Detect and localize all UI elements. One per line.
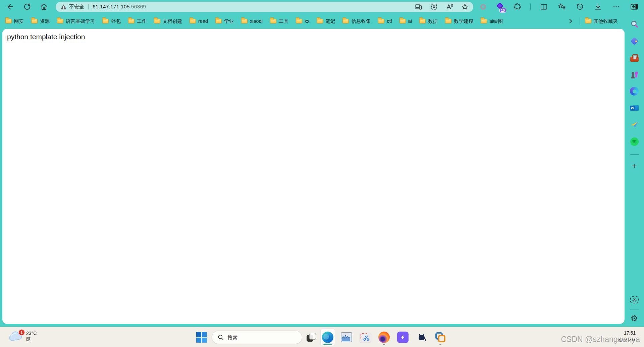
sidebar-bottom-group: ⚙: [630, 295, 639, 327]
notification-badge: 1: [18, 329, 25, 336]
more-options-button[interactable]: [611, 2, 621, 12]
home-button[interactable]: [39, 2, 49, 12]
other-favorites-folder[interactable]: 其他收藏夹: [585, 18, 618, 24]
bookmark-folder[interactable]: ai绘图: [481, 18, 503, 24]
favorite-star-icon: [461, 3, 469, 10]
bookmark-folder[interactable]: 文档创建: [154, 18, 182, 24]
bookmark-folder[interactable]: 工作: [128, 18, 147, 24]
folder-icon: [5, 19, 12, 23]
taskbar-app-snipping-tool[interactable]: [358, 329, 373, 346]
outlook-icon: [630, 104, 639, 112]
edge-sidebar: + ⚙: [625, 13, 644, 327]
bookmark-folder[interactable]: 数学建模: [445, 18, 473, 24]
start-button[interactable]: [196, 331, 208, 343]
folder-icon: [270, 19, 276, 23]
taskbar-app-firefox[interactable]: [377, 329, 391, 346]
send-to-devices-button[interactable]: [414, 2, 423, 11]
sidebar-settings-button[interactable]: ⚙: [630, 313, 639, 323]
shopping-tag-icon: [630, 37, 638, 45]
apps-launcher-button[interactable]: [430, 2, 438, 11]
devices-icon: [415, 3, 422, 10]
folder-icon: [481, 19, 487, 23]
security-status[interactable]: 不安全: [60, 4, 84, 10]
search-input[interactable]: [227, 335, 291, 340]
screenshot-icon: [630, 296, 639, 303]
sidebar-search-button[interactable]: [630, 19, 639, 29]
address-bar[interactable]: 不安全 61.147.171.105:56869: [56, 2, 473, 12]
url-text[interactable]: 61.147.171.105:56869: [93, 4, 146, 10]
extensions-puzzle-icon: [513, 3, 521, 11]
taskbar-center: [196, 327, 448, 347]
folder-icon: [31, 19, 38, 23]
bookmark-folder[interactable]: xx: [296, 18, 310, 24]
refresh-button[interactable]: [22, 2, 32, 12]
sidebar-microsoft-365-button[interactable]: [630, 86, 639, 96]
split-screen-button[interactable]: [539, 2, 549, 12]
sidebar-outlook-button[interactable]: [630, 103, 639, 113]
sidebar-games-button[interactable]: [630, 70, 639, 79]
favorite-this-page-button[interactable]: [461, 2, 469, 11]
folder-icon: [154, 19, 160, 23]
bookmarks-overflow-button[interactable]: [567, 17, 575, 25]
weather-temperature: 23°C: [26, 331, 37, 336]
sidebar-toggle-icon: [630, 3, 638, 11]
ring-extension-icon: [480, 4, 486, 10]
bookmark-folder[interactable]: xiaodi: [241, 18, 263, 24]
toolbar-divider: [530, 3, 531, 10]
folder-icon: [215, 19, 222, 23]
bookmark-folder[interactable]: read: [190, 18, 208, 24]
bookmark-folder[interactable]: 信息收集: [342, 18, 371, 24]
page-content: python template injection: [2, 29, 625, 324]
history-button[interactable]: [575, 2, 585, 12]
bookmark-folder[interactable]: 数据: [419, 18, 438, 24]
taskbar-app-performance-monitor[interactable]: [339, 329, 354, 346]
bookmark-folder[interactable]: 外包: [102, 18, 121, 24]
microsoft-365-icon: [630, 87, 639, 96]
back-icon: [6, 3, 14, 11]
task-view-button[interactable]: [306, 332, 316, 342]
firefox-icon: [378, 332, 390, 343]
extensions-button[interactable]: [512, 2, 522, 12]
folder-icon: [317, 19, 323, 23]
taskbar-app-vmware[interactable]: [433, 329, 448, 346]
sidebar-add-button[interactable]: +: [630, 161, 639, 171]
taskbar-app-cat[interactable]: [414, 329, 429, 346]
bookmark-folder[interactable]: ctf: [378, 18, 392, 24]
extension-badge: 10: [499, 8, 506, 13]
sidebar-toolbox-button[interactable]: [630, 53, 639, 62]
ring-extension-button[interactable]: [478, 2, 488, 12]
chevron-right-icon: [567, 18, 574, 24]
bookmark-folder[interactable]: 笔记: [317, 18, 335, 24]
sidebar-toggle-button[interactable]: [629, 2, 639, 12]
sidebar-drop-button[interactable]: [630, 120, 639, 129]
toolbox-icon: [630, 57, 639, 62]
taskbar-app-power[interactable]: [395, 329, 410, 346]
favorites-button[interactable]: [557, 2, 567, 12]
bookmark-folder[interactable]: 工具: [270, 18, 288, 24]
bookmark-folder[interactable]: 资源: [31, 18, 50, 24]
sidebar-shopping-button[interactable]: [630, 36, 639, 46]
drop-paper-plane-icon: [630, 120, 639, 129]
read-aloud-button[interactable]: [445, 2, 454, 11]
downloads-button[interactable]: [593, 2, 603, 12]
windows-logo-icon: [196, 332, 207, 343]
taskbar-search[interactable]: [212, 331, 302, 344]
gem-extension-button[interactable]: 10: [496, 3, 504, 11]
sidebar-screenshot-button[interactable]: [630, 295, 639, 304]
bookmarks-right-group: 其他收藏夹: [567, 17, 618, 25]
bookmark-folder[interactable]: 网安: [5, 18, 24, 24]
bookmark-folder[interactable]: ai: [399, 18, 412, 24]
weather-widget[interactable]: 1 23°C 阴: [9, 330, 37, 343]
snipping-tool-icon: [360, 332, 371, 343]
bookmark-folder[interactable]: 语言基础学习: [57, 18, 95, 24]
taskbar-app-edge[interactable]: [320, 329, 335, 346]
url-host: 61.147.171.105: [93, 4, 130, 9]
weather-condition: 阴: [26, 336, 37, 342]
folder-icon: [399, 19, 406, 23]
address-divider: [88, 4, 89, 9]
bookmark-folder[interactable]: 学业: [215, 18, 234, 24]
games-chess-icon: [630, 70, 639, 79]
back-button[interactable]: [5, 2, 15, 12]
folder-icon: [445, 19, 451, 23]
sidebar-spotify-button[interactable]: [630, 137, 639, 146]
